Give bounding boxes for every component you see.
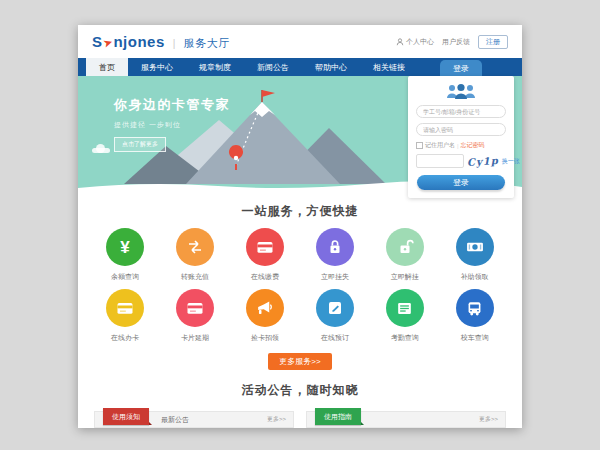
edit-icon	[326, 299, 344, 317]
tab-latest-news[interactable]: 最新公告	[161, 415, 189, 425]
service-circle	[316, 228, 354, 266]
service-circle	[176, 289, 214, 327]
nav-item-help[interactable]: 帮助中心	[302, 58, 360, 76]
banner-title: 你身边的卡管专家	[114, 96, 230, 114]
tab-usage-notice[interactable]: 使用须知	[103, 408, 149, 425]
password-input[interactable]	[416, 123, 506, 136]
site-title: 服务大厅	[184, 36, 230, 51]
users-icon	[444, 83, 478, 100]
user-feedback-label: 用户反馈	[442, 37, 470, 47]
header-utility-bar: 个人中心 用户反馈 注册	[396, 35, 508, 49]
service-circle	[386, 289, 424, 327]
user-center-link[interactable]: 个人中心	[396, 37, 434, 47]
service-circle	[456, 289, 494, 327]
bus-icon	[465, 299, 484, 318]
service-circle	[246, 289, 284, 327]
service-item-lost-found[interactable]: 捡卡招领	[230, 289, 300, 343]
cloud-icon	[92, 148, 110, 153]
username-input[interactable]	[416, 105, 506, 118]
service-item-pay[interactable]: 在线缴费	[230, 228, 300, 282]
service-item-balance[interactable]: ¥ 余额查询	[90, 228, 160, 282]
header: S➤njones | 服务大厅 个人中心 用户反馈 注册	[78, 25, 522, 58]
login-form: 记住用户名 | 忘记密码 Cy1p 换一张 登录	[408, 76, 514, 198]
service-label: 立即挂失	[300, 272, 370, 282]
service-label: 在线办卡	[90, 333, 160, 343]
service-item-reserve[interactable]: 在线预订	[300, 289, 370, 343]
left-more-link[interactable]: 更多>>	[267, 415, 286, 424]
captcha-row: Cy1p 换一张	[416, 154, 506, 168]
user-feedback-link[interactable]: 用户反馈	[442, 37, 470, 47]
transfer-icon	[185, 237, 205, 257]
card-icon	[115, 298, 135, 318]
service-item-attendance[interactable]: 考勤查询	[370, 289, 440, 343]
banknote-icon	[465, 237, 485, 257]
service-label: 考勤查询	[370, 333, 440, 343]
banner-text-block: 你身边的卡管专家 提供捷径 一步到位 点击了解更多	[114, 96, 230, 152]
logo-divider: |	[173, 38, 176, 49]
announcements-left-column: 使用须知 最新公告 更多>>	[94, 411, 294, 428]
service-item-school-bus[interactable]: 校车查询	[440, 289, 510, 343]
left-tab-bar: 使用须知 最新公告 更多>>	[94, 411, 294, 428]
captcha-refresh-link[interactable]: 换一张	[502, 157, 520, 166]
banner-cta-button[interactable]: 点击了解更多	[114, 137, 166, 152]
announcements-title: 活动公告，随时知晓	[78, 382, 522, 399]
service-label: 在线预订	[300, 333, 370, 343]
person-icon	[396, 38, 404, 46]
service-circle	[386, 228, 424, 266]
announcements-section: 活动公告，随时知晓 使用须知 最新公告 更多>> 使用指南 更多>>	[78, 382, 522, 428]
login-tab[interactable]: 登录	[440, 60, 482, 76]
tab-user-guide[interactable]: 使用指南	[315, 408, 361, 425]
forgot-password-link[interactable]: 忘记密码	[461, 141, 485, 150]
service-label: 在线缴费	[230, 272, 300, 282]
remember-label: 记住用户名	[425, 141, 455, 150]
nav-item-news[interactable]: 新闻公告	[244, 58, 302, 76]
service-circle	[106, 289, 144, 327]
user-center-label: 个人中心	[406, 37, 434, 47]
remember-divider: |	[457, 143, 459, 149]
remember-row: 记住用户名 | 忘记密码	[416, 141, 506, 150]
card-icon	[185, 298, 205, 318]
service-label: 补助领取	[440, 272, 510, 282]
service-item-card-renew[interactable]: 卡片延期	[160, 289, 230, 343]
right-more-link[interactable]: 更多>>	[479, 415, 498, 424]
service-item-transfer[interactable]: 转账充值	[160, 228, 230, 282]
unlock-icon	[396, 238, 414, 256]
remember-checkbox[interactable]	[416, 142, 423, 149]
logo-text-prefix: S	[92, 33, 103, 50]
logo-arrow-icon: ➤	[102, 35, 114, 48]
banner-subtitle: 提供捷径 一步到位	[114, 120, 230, 130]
list-icon	[395, 299, 414, 318]
service-label: 余额查询	[90, 272, 160, 282]
announcements-right-column: 使用指南 更多>>	[306, 411, 506, 428]
service-circle	[456, 228, 494, 266]
captcha-input[interactable]	[416, 154, 464, 168]
service-label: 转账充值	[160, 272, 230, 282]
login-submit-button[interactable]: 登录	[417, 175, 505, 190]
lock-icon	[326, 238, 344, 256]
nav-item-rules[interactable]: 规章制度	[186, 58, 244, 76]
service-label: 捡卡招领	[230, 333, 300, 343]
register-button[interactable]: 注册	[478, 35, 508, 49]
service-circle	[176, 228, 214, 266]
more-services-button[interactable]: 更多服务>>	[268, 353, 331, 370]
service-label: 校车查询	[440, 333, 510, 343]
nav-item-service-center[interactable]: 服务中心	[128, 58, 186, 76]
nav-item-home[interactable]: 首页	[86, 58, 128, 76]
service-item-subsidy[interactable]: 补助领取	[440, 228, 510, 282]
megaphone-icon	[255, 299, 274, 318]
card-icon	[255, 237, 275, 257]
captcha-image[interactable]: Cy1p	[467, 154, 499, 167]
service-circle	[246, 228, 284, 266]
logo-text-rest: njones	[113, 33, 164, 50]
service-item-unfreeze[interactable]: 立即解挂	[370, 228, 440, 282]
service-circle: ¥	[106, 228, 144, 266]
service-item-report-loss[interactable]: 立即挂失	[300, 228, 370, 282]
service-label: 卡片延期	[160, 333, 230, 343]
service-label: 立即解挂	[370, 272, 440, 282]
announcements-columns: 使用须知 最新公告 更多>> 使用指南 更多>>	[78, 411, 522, 428]
logo[interactable]: S➤njones | 服务大厅	[92, 33, 230, 51]
page-container: S➤njones | 服务大厅 个人中心 用户反馈 注册 首页 服务中心 规章制…	[78, 25, 522, 428]
service-item-apply-card[interactable]: 在线办卡	[90, 289, 160, 343]
services-section: 一站服务，方便快捷 ¥ 余额查询 转账充值	[78, 190, 522, 370]
services-grid: ¥ 余额查询 转账充值	[78, 228, 522, 350]
